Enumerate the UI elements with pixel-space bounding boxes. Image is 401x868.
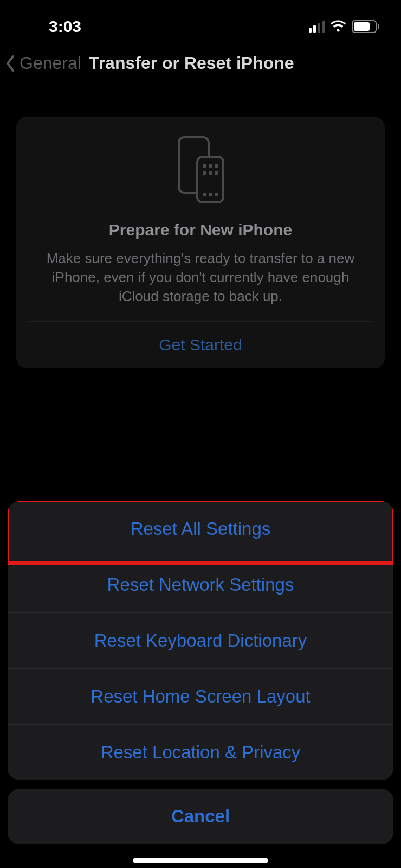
back-chevron-icon[interactable] xyxy=(4,54,17,73)
reset-location-privacy-button[interactable]: Reset Location & Privacy xyxy=(8,724,393,780)
svg-rect-2 xyxy=(203,164,206,168)
action-sheet: Reset All Settings Reset Network Setting… xyxy=(8,501,393,844)
status-bar: 3:03 xyxy=(0,0,401,43)
reset-keyboard-dictionary-button[interactable]: Reset Keyboard Dictionary xyxy=(8,612,393,668)
svg-rect-6 xyxy=(209,171,212,175)
phones-icon xyxy=(173,134,228,207)
prepare-title: Prepare for New iPhone xyxy=(109,221,292,239)
back-label[interactable]: General xyxy=(20,53,81,73)
cellular-signal-icon xyxy=(309,21,325,33)
reset-home-screen-layout-button[interactable]: Reset Home Screen Layout xyxy=(8,668,393,724)
home-indicator[interactable] xyxy=(133,858,268,863)
status-right xyxy=(309,20,379,33)
page-title: Transfer or Reset iPhone xyxy=(89,53,294,73)
wifi-icon xyxy=(330,20,346,33)
reset-network-settings-button[interactable]: Reset Network Settings xyxy=(8,557,393,612)
svg-rect-8 xyxy=(203,193,206,196)
svg-rect-10 xyxy=(215,193,218,196)
cancel-button[interactable]: Cancel xyxy=(8,789,393,844)
svg-rect-9 xyxy=(209,193,212,196)
svg-rect-4 xyxy=(215,164,218,168)
prepare-card: Prepare for New iPhone Make sure everyth… xyxy=(16,117,385,368)
get-started-button[interactable]: Get Started xyxy=(29,322,372,368)
reset-options-group: Reset All Settings Reset Network Setting… xyxy=(8,501,393,780)
nav-bar: General Transfer or Reset iPhone xyxy=(0,43,401,84)
battery-icon xyxy=(352,20,379,33)
svg-rect-3 xyxy=(209,164,212,168)
prepare-description: Make sure everything's ready to transfer… xyxy=(29,249,372,306)
reset-all-settings-button[interactable]: Reset All Settings xyxy=(8,501,393,557)
svg-rect-7 xyxy=(215,171,218,175)
status-time: 3:03 xyxy=(49,17,81,36)
svg-rect-5 xyxy=(203,171,206,175)
